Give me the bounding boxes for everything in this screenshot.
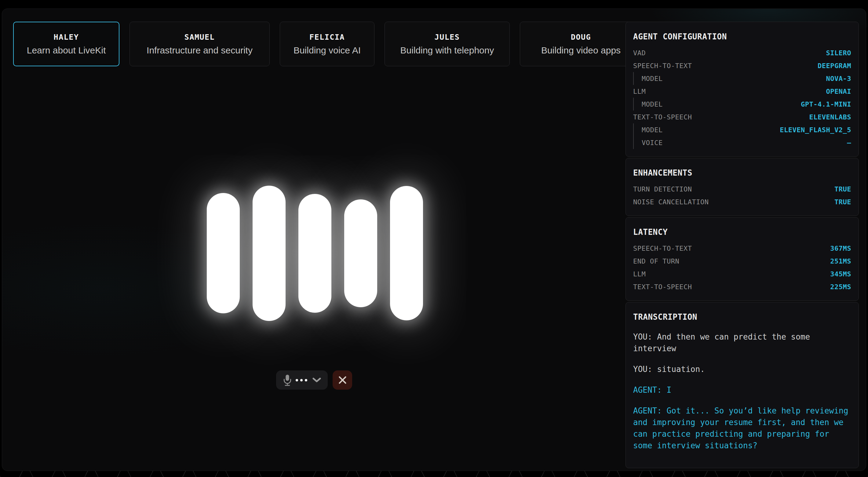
mic-icon [283,374,292,386]
agent-name: HALEY [54,33,79,42]
visualizer-bar [207,193,240,313]
latency-section: LATENCY SPEECH-TO-TEXT 367MS END OF TURN… [625,217,859,301]
agent-description: Learn about LiveKit [27,45,106,56]
row-label: MODEL [642,126,663,134]
section-title: AGENT CONFIGURATION [633,31,851,42]
config-row: MODEL ELEVEN_FLASH_V2_5 [634,123,851,136]
row-value: — [847,139,851,147]
row-label: VAD [633,49,646,57]
row-value: SILERO [826,49,851,57]
agent-description: Building voice AI [293,45,361,56]
section-title: ENHANCEMENTS [633,167,851,178]
visualizer-bar [253,186,285,321]
config-row: SPEECH-TO-TEXT DEEPGRAM [633,59,851,72]
audio-visualizer [207,185,423,321]
agent-description: Building with telephony [400,45,494,56]
row-value: 345MS [830,270,851,278]
config-row: LLM OPENAI [633,85,851,98]
chevron-down-icon[interactable] [312,377,321,383]
row-value: ELEVEN_FLASH_V2_5 [780,126,851,134]
agent-card-doug[interactable]: DOUG Building video apps [520,22,642,66]
config-row: TEXT-TO-SPEECH ELEVENLABS [633,110,851,123]
row-label: VOICE [642,139,663,147]
transcription-message: YOU: And then we can predict the some in… [633,331,851,354]
enhancements-section: ENHANCEMENTS TURN DETECTION TRUE NOISE C… [625,158,859,216]
agent-configuration-section: AGENT CONFIGURATION VAD SILERO SPEECH-TO… [625,22,859,157]
config-subgroup: MODEL ELEVEN_FLASH_V2_5 VOICE — [633,123,851,149]
config-panel: AGENT CONFIGURATION VAD SILERO SPEECH-TO… [625,22,859,468]
visualizer-bar [344,199,377,307]
row-label: MODEL [642,75,663,83]
config-subgroup: MODEL NOVA-3 [633,72,851,85]
config-row: VOICE — [634,136,851,149]
disconnect-button[interactable] [333,371,352,390]
config-row: LLM 345MS [633,267,851,280]
agent-name: SAMUEL [184,33,215,42]
row-label: TURN DETECTION [633,185,692,193]
row-label: SPEECH-TO-TEXT [633,62,692,70]
transcription-message: AGENT: Got it... So you’d like help revi… [633,405,851,451]
row-value: GPT-4.1-MINI [801,100,851,108]
close-icon [338,376,347,384]
row-value: OPENAI [826,88,851,95]
audio-level-dot [305,379,307,381]
row-label: LLM [633,88,646,95]
visualizer-bar [299,194,331,313]
row-value: NOVA-3 [826,75,851,83]
agent-name: JULES [435,33,460,42]
row-value: DEEPGRAM [817,62,851,70]
main-panel: HALEY Learn about LiveKit SAMUEL Infrast… [2,8,866,471]
config-row: TURN DETECTION TRUE [633,183,851,195]
audio-level-indicator [296,379,307,381]
config-row: END OF TURN 251MS [633,255,851,267]
audio-level-dot [296,379,298,381]
section-title: TRANSCRIPTION [633,312,851,322]
row-label: END OF TURN [633,257,679,265]
config-row: NOISE CANCELLATION TRUE [633,195,851,208]
page: { "colors": { "accent": "#2FB9DE", "sele… [0,0,868,477]
config-row: MODEL GPT-4.1-MINI [634,98,851,110]
row-label: TEXT-TO-SPEECH [633,113,692,121]
row-value: TRUE [834,198,851,206]
section-title: LATENCY [633,227,851,237]
agent-description: Infrastructure and security [147,45,253,56]
row-value: TRUE [834,185,851,193]
agent-card-felicia[interactable]: FELICIA Building voice AI [280,22,374,66]
transcription-message: AGENT: I [633,384,851,396]
agent-card-haley[interactable]: HALEY Learn about LiveKit [13,22,119,66]
row-label: TEXT-TO-SPEECH [633,283,692,291]
transcription-message: YOU: situation. [633,363,851,375]
config-row: TEXT-TO-SPEECH 225MS [633,280,851,293]
audio-level-dot [300,379,303,381]
row-value: ELEVENLABS [809,113,851,121]
agent-cards-row: HALEY Learn about LiveKit SAMUEL Infrast… [13,22,642,66]
row-value: 225MS [830,283,851,291]
agent-card-samuel[interactable]: SAMUEL Infrastructure and security [129,22,270,66]
transcription-section: TRANSCRIPTION YOU: And then we can predi… [625,302,859,468]
row-label: NOISE CANCELLATION [633,198,709,206]
config-row: MODEL NOVA-3 [634,72,851,85]
config-row: SPEECH-TO-TEXT 367MS [633,242,851,255]
agent-card-jules[interactable]: JULES Building with telephony [384,22,510,66]
visualizer-bar [390,186,423,320]
row-label: MODEL [642,100,663,108]
config-row: VAD SILERO [633,46,851,59]
row-value: 251MS [830,257,851,265]
agent-description: Building video apps [541,45,621,56]
row-label: LLM [633,270,646,278]
config-subgroup: MODEL GPT-4.1-MINI [633,98,851,110]
row-value: 367MS [830,245,851,252]
agent-name: DOUG [571,33,591,42]
agent-name: FELICIA [309,33,345,42]
row-label: SPEECH-TO-TEXT [633,245,692,252]
microphone-control[interactable] [276,371,328,390]
